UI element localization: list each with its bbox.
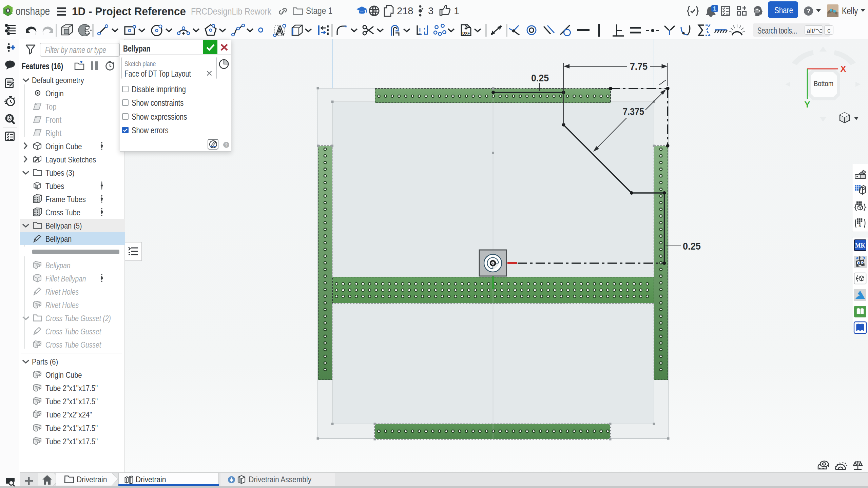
svg-text:x: x bbox=[858, 222, 861, 228]
svg-text:X: X bbox=[840, 64, 846, 74]
svg-text:DXF: DXF bbox=[462, 31, 470, 35]
svg-text:Y: Y bbox=[804, 99, 810, 110]
svg-text:Bottom: Bottom bbox=[814, 79, 833, 88]
svg-text:0.25: 0.25 bbox=[531, 72, 549, 83]
svg-text:?: ? bbox=[807, 7, 811, 15]
svg-text:7.375: 7.375 bbox=[623, 106, 644, 117]
svg-text:7.75: 7.75 bbox=[630, 61, 648, 72]
svg-text:0.25: 0.25 bbox=[683, 240, 701, 252]
svg-text:1: 1 bbox=[713, 5, 716, 12]
svg-text:?: ? bbox=[225, 142, 228, 148]
